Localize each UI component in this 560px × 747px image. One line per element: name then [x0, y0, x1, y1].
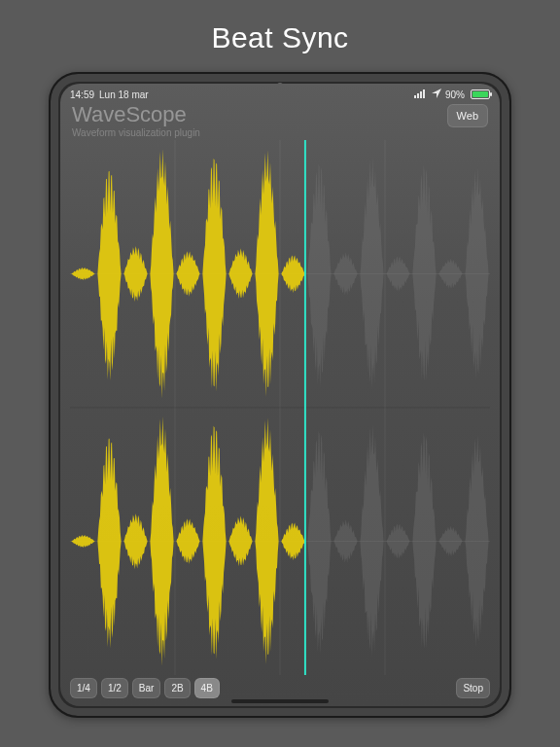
- signal-icon: [414, 89, 428, 100]
- battery-pct: 90%: [445, 89, 465, 100]
- stop-button[interactable]: Stop: [456, 678, 490, 698]
- waveform-display[interactable]: [70, 140, 490, 675]
- bottom-toolbar: 1/41/2Bar2B4B Stop: [70, 678, 490, 698]
- tablet-frame: 14:59 Lun 18 mar 90%: [49, 72, 511, 718]
- beat-button-4b[interactable]: 4B: [194, 678, 220, 698]
- app-title: WaveScope: [72, 104, 200, 125]
- battery-icon: [471, 89, 490, 99]
- svg-rect-0: [414, 95, 416, 98]
- device-screen: 14:59 Lun 18 mar 90%: [60, 84, 500, 706]
- svg-rect-2: [420, 91, 422, 98]
- home-indicator: [231, 699, 329, 703]
- app-branding: WaveScope Waveform visualization plugin: [72, 104, 200, 138]
- status-date: Lun 18 mar: [99, 89, 149, 100]
- beat-button-bar[interactable]: Bar: [132, 678, 161, 698]
- svg-rect-3: [423, 89, 425, 98]
- status-time: 14:59: [70, 89, 94, 100]
- app-subtitle: Waveform visualization plugin: [72, 127, 200, 138]
- beat-button-2b[interactable]: 2B: [164, 678, 190, 698]
- beat-button-quarter[interactable]: 1/4: [70, 678, 97, 698]
- beat-button-half[interactable]: 1/2: [101, 678, 128, 698]
- status-bar: 14:59 Lun 18 mar 90%: [60, 84, 500, 100]
- web-button[interactable]: Web: [447, 104, 488, 127]
- svg-rect-1: [417, 93, 419, 98]
- page-heading: Beat Sync: [0, 0, 560, 72]
- location-icon: [432, 89, 441, 100]
